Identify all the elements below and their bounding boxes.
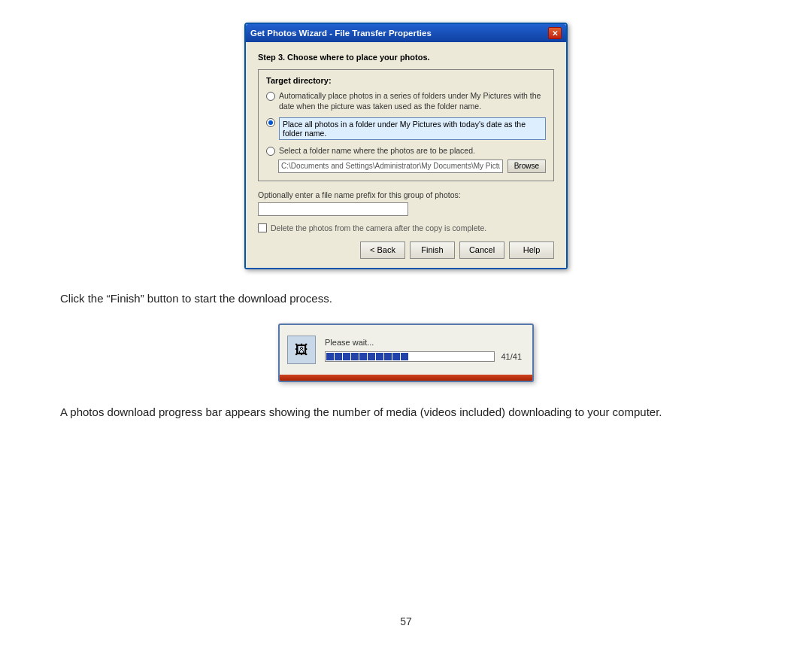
progress-bar-fill bbox=[326, 353, 408, 360]
progress-segment bbox=[343, 353, 350, 360]
radio-btn-1[interactable] bbox=[266, 92, 275, 101]
progress-segment bbox=[368, 353, 375, 360]
progress-bottom-strip bbox=[280, 375, 532, 381]
radio-label-2: Place all photos in a folder under My Pi… bbox=[279, 117, 546, 140]
progress-segment bbox=[359, 353, 367, 360]
progress-bar-row: 41/41 bbox=[325, 351, 522, 362]
radio-label-3: Select a folder name where the photos ar… bbox=[279, 146, 475, 156]
description-text: A photos download progress bar appears s… bbox=[60, 403, 752, 421]
progress-segment bbox=[376, 353, 383, 360]
back-button[interactable]: < Back bbox=[360, 241, 405, 259]
progress-segment bbox=[392, 353, 400, 360]
prefix-label: Optionally enter a file name prefix for … bbox=[258, 190, 554, 199]
help-button[interactable]: Help bbox=[509, 241, 554, 259]
dialog-title: Get Photos Wizard - File Transfer Proper… bbox=[250, 29, 432, 38]
delete-checkbox-row[interactable]: Delete the photos from the camera after … bbox=[258, 223, 554, 232]
cancel-button[interactable]: Cancel bbox=[459, 241, 504, 259]
progress-bar-track bbox=[325, 351, 495, 362]
instruction-text: Click the “Finish” button to start the d… bbox=[60, 290, 752, 308]
radio-btn-3[interactable] bbox=[266, 147, 275, 156]
radio-option-2[interactable]: Place all photos in a folder under My Pi… bbox=[266, 117, 546, 140]
file-transfer-dialog: Get Photos Wizard - File Transfer Proper… bbox=[244, 23, 568, 269]
progress-segment bbox=[351, 353, 359, 360]
target-directory-group: Target directory: Automatically place ph… bbox=[258, 69, 554, 181]
prefix-section: Optionally enter a file name prefix for … bbox=[258, 190, 554, 216]
group-title: Target directory: bbox=[266, 76, 546, 85]
radio-option-3[interactable]: Select a folder name where the photos ar… bbox=[266, 146, 546, 156]
progress-segment bbox=[401, 353, 408, 360]
progress-inner: 🖼 Please wait... 41/41 bbox=[280, 325, 532, 375]
finish-button[interactable]: Finish bbox=[410, 241, 455, 259]
page-number: 57 bbox=[400, 615, 412, 627]
dialog-titlebar: Get Photos Wizard - File Transfer Proper… bbox=[246, 24, 566, 42]
progress-content: Please wait... 41/41 bbox=[325, 338, 522, 362]
progress-icon: 🖼 bbox=[287, 336, 316, 364]
radio-btn-2[interactable] bbox=[266, 118, 275, 127]
browse-button[interactable]: Browse bbox=[508, 159, 546, 173]
titlebar-buttons: ✕ bbox=[548, 27, 562, 39]
dialog-container: Get Photos Wizard - File Transfer Proper… bbox=[60, 23, 752, 269]
radio-label-1: Automatically place photos in a series o… bbox=[279, 91, 546, 111]
folder-path-input[interactable] bbox=[278, 159, 503, 173]
dialog-buttons: < Back Finish Cancel Help bbox=[258, 241, 554, 259]
progress-count: 41/41 bbox=[501, 352, 522, 361]
radio-option-1[interactable]: Automatically place photos in a series o… bbox=[266, 91, 546, 111]
folder-row: Browse bbox=[278, 159, 546, 173]
step-title: Step 3. Choose where to place your photo… bbox=[258, 53, 554, 62]
close-button[interactable]: ✕ bbox=[548, 27, 562, 39]
progress-dialog: 🖼 Please wait... 41/41 bbox=[278, 323, 534, 382]
progress-container: 🖼 Please wait... 41/41 bbox=[60, 323, 752, 382]
progress-segment bbox=[326, 353, 334, 360]
prefix-input[interactable] bbox=[258, 202, 408, 216]
wait-text: Please wait... bbox=[325, 338, 522, 347]
progress-segment bbox=[384, 353, 392, 360]
progress-segment bbox=[335, 353, 342, 360]
dialog-body: Step 3. Choose where to place your photo… bbox=[246, 42, 566, 268]
delete-checkbox-label: Delete the photos from the camera after … bbox=[271, 223, 486, 232]
delete-checkbox[interactable] bbox=[258, 223, 267, 232]
